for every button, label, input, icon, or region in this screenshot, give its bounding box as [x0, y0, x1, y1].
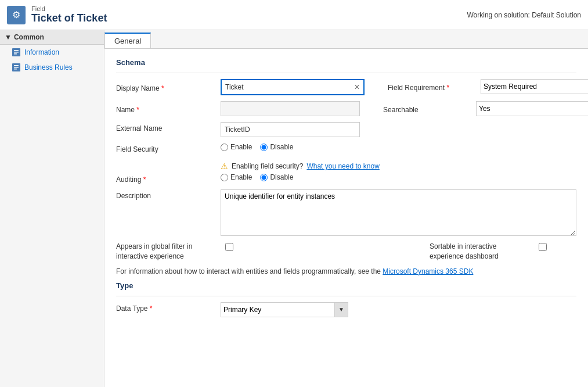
- field-security-radio-group: Enable Disable: [221, 143, 293, 151]
- auditing-required: *: [143, 175, 146, 184]
- appears-label: Appears in global filter in interactive …: [116, 242, 221, 261]
- warning-row: ⚠ Enabling field security? What you need…: [116, 159, 576, 173]
- tab-general[interactable]: General: [104, 33, 151, 48]
- data-type-required: *: [150, 304, 153, 313]
- auditing-radio-group: Enable Disable: [221, 173, 293, 181]
- external-name-label: External Name: [116, 122, 221, 132]
- field-security-enable-radio[interactable]: [221, 144, 228, 151]
- sidebar-section-label: Common: [14, 33, 44, 41]
- field-security-disable-label[interactable]: Disable: [260, 143, 293, 151]
- field-security-enable-label[interactable]: Enable: [221, 143, 252, 151]
- tabs-bar: General: [104, 30, 588, 49]
- schema-divider: [116, 73, 576, 73]
- auditing-disable-radio[interactable]: [260, 174, 268, 181]
- display-name-input-wrap: ✕: [221, 79, 365, 95]
- page-title: Ticket of Ticket: [31, 12, 107, 24]
- sortable-checkbox[interactable]: [539, 243, 547, 251]
- sidebar-item-information-label: Information: [24, 48, 59, 56]
- field-security-label: Field Security: [116, 143, 221, 153]
- field-requirement-select[interactable]: System Required: [481, 79, 588, 94]
- data-type-row: Data Type * Primary Key ▼: [116, 302, 576, 317]
- page-subtitle: Field: [31, 5, 107, 12]
- info-text: For information about how to interact wi…: [116, 267, 576, 275]
- svg-rect-2: [14, 52, 19, 53]
- appears-checkbox[interactable]: [225, 243, 233, 251]
- searchable-select-wrap: Yes No ▼: [476, 101, 588, 116]
- external-name-row: External Name: [116, 122, 576, 137]
- solution-label: Working on solution: Default Solution: [467, 11, 581, 19]
- display-name-row: Display Name * ✕ Field Requirement *: [116, 79, 576, 95]
- form-body: Schema Display Name * ✕: [104, 49, 588, 332]
- data-type-select-wrap: Primary Key ▼: [221, 302, 348, 317]
- svg-rect-5: [14, 65, 19, 66]
- external-name-input[interactable]: [221, 122, 360, 137]
- field-security-disable-radio[interactable]: [260, 144, 268, 151]
- auditing-label: Auditing *: [116, 173, 221, 184]
- top-bar: ⚙ Field Ticket of Ticket Working on solu…: [0, 0, 588, 30]
- information-icon: [12, 48, 21, 57]
- field-requirement-select-wrap: System Required ▼: [481, 79, 588, 94]
- collapse-icon: ▼: [5, 33, 12, 41]
- warning-text: Enabling field security?: [232, 162, 303, 170]
- auditing-disable-label[interactable]: Disable: [260, 173, 293, 181]
- sidebar-item-business-rules[interactable]: Business Rules: [0, 60, 104, 75]
- field-requirement-label: Field Requirement *: [388, 81, 481, 92]
- name-input: new_ticketid: [221, 101, 360, 116]
- svg-rect-7: [14, 69, 17, 70]
- business-rules-icon: [12, 63, 21, 72]
- svg-rect-6: [14, 67, 19, 68]
- type-section-title: Type: [116, 281, 576, 290]
- type-divider: [116, 296, 576, 296]
- description-label: Description: [116, 189, 221, 200]
- data-type-select[interactable]: Primary Key: [221, 302, 348, 317]
- svg-rect-3: [14, 53, 17, 55]
- data-type-label: Data Type *: [116, 302, 221, 313]
- auditing-enable-radio[interactable]: [221, 174, 228, 181]
- name-required: *: [136, 106, 139, 114]
- type-section: Type Data Type * Primary Key ▼: [116, 281, 576, 317]
- svg-rect-1: [14, 50, 19, 51]
- searchable-select[interactable]: Yes No: [476, 101, 588, 116]
- warning-icon: ⚠: [221, 162, 228, 171]
- sidebar-item-information[interactable]: Information: [0, 45, 104, 60]
- sidebar-item-business-rules-label: Business Rules: [24, 63, 73, 71]
- display-name-input[interactable]: [222, 80, 351, 94]
- title-block: Field Ticket of Ticket: [31, 5, 107, 24]
- sortable-label: Sortable in interactive experience dashb…: [430, 242, 534, 261]
- main-layout: ▼ Common Information Business Rules Gene…: [0, 30, 588, 387]
- display-name-clear[interactable]: ✕: [351, 83, 363, 91]
- checkbox-row: Appears in global filter in interactive …: [116, 242, 576, 261]
- display-name-required: *: [161, 84, 164, 92]
- field-req-required: *: [446, 84, 449, 92]
- display-name-label: Display Name *: [116, 82, 221, 92]
- sidebar: ▼ Common Information Business Rules: [0, 30, 104, 387]
- searchable-label: Searchable: [383, 103, 476, 114]
- field-icon: ⚙: [7, 6, 26, 24]
- name-label: Name *: [116, 103, 221, 114]
- sidebar-section-common[interactable]: ▼ Common: [0, 30, 104, 45]
- sdk-link[interactable]: Microsoft Dynamics 365 SDK: [383, 267, 473, 275]
- content-area: General Schema Display Name * ✕: [104, 30, 588, 387]
- schema-section-title: Schema: [116, 58, 576, 67]
- auditing-enable-label[interactable]: Enable: [221, 173, 252, 181]
- top-bar-left: ⚙ Field Ticket of Ticket: [7, 5, 107, 24]
- auditing-row: Auditing * Enable Disable: [116, 173, 576, 184]
- name-row: Name * new_ticketid Searchable Yes No: [116, 101, 576, 116]
- description-row: Description Unique identifier for entity…: [116, 189, 576, 236]
- description-textarea[interactable]: Unique identifier for entity instances: [221, 189, 576, 236]
- warning-link[interactable]: What you need to know: [306, 162, 379, 170]
- field-security-row: Field Security Enable Disable: [116, 143, 576, 153]
